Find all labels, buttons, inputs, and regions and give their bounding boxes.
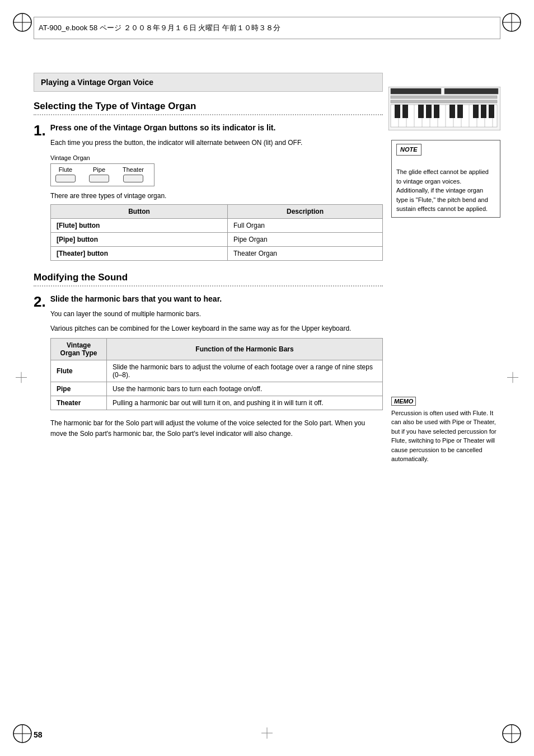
table1-row2-col1: [Pipe] button	[51, 233, 228, 247]
right-sidebar: NOTE The glide effect cannot be applied …	[391, 140, 500, 464]
section3-title: Modifying the Sound	[34, 272, 383, 283]
section2-divider	[34, 114, 383, 115]
memo-box-text: Percussion is often used with Flute. It …	[391, 408, 500, 464]
organ-buttons-container: Vintage Organ Flute Pipe	[50, 154, 383, 186]
step2-content: Slide the harmonic bars that you want to…	[50, 294, 222, 307]
svg-rect-37	[457, 105, 463, 118]
svg-rect-33	[418, 105, 424, 118]
svg-rect-39	[481, 105, 486, 118]
page-container: AT-900_e.book 58 ページ ２００８年９月１６日 火曜日 午前１０…	[0, 0, 534, 756]
table2-row1: Flute Slide the harmonic bars to adjust …	[51, 360, 383, 382]
svg-rect-15	[391, 96, 497, 98]
table2-row3-col2: Pulling a harmonic bar out will turn it …	[107, 396, 383, 410]
svg-rect-14	[444, 88, 498, 94]
corner-mark-bl	[11, 722, 34, 745]
main-content: Playing a Vintage Organ Voice Selecting …	[34, 73, 383, 722]
table1-row1-col1: [Flute] button	[51, 219, 228, 233]
section3-divider	[34, 285, 383, 287]
section1-title: Playing a Vintage Organ Voice	[41, 78, 153, 87]
table1-header-button: Button	[51, 205, 228, 219]
table2-row1-col2: Slide the harmonic bars to adjust the vo…	[107, 360, 383, 382]
svg-rect-34	[426, 105, 432, 118]
step2-title: Slide the harmonic bars that you want to…	[50, 294, 222, 303]
header-bar-text: AT-900_e.book 58 ページ ２００８年９月１６日 火曜日 午前１０…	[39, 23, 280, 33]
table1-row2-col2: Pipe Organ	[228, 233, 383, 247]
table2-header-function: Function of the Harmonic Bars	[107, 339, 383, 360]
table2-row1-col1: Flute	[51, 360, 107, 382]
keyboard-image	[388, 87, 500, 132]
svg-rect-38	[473, 105, 479, 118]
step1-desc1: Each time you press the button, the indi…	[50, 138, 383, 148]
organ-button-flute: Flute	[55, 166, 76, 182]
theater-label: Theater	[123, 166, 144, 173]
three-types-text: There are three types of vintage organ.	[50, 192, 383, 200]
table2-row3-col1: Theater	[51, 396, 107, 410]
step1-number: 1.	[34, 123, 46, 138]
section1-header: Playing a Vintage Organ Voice	[34, 73, 383, 92]
table2: Vintage Organ Type Function of the Harmo…	[50, 338, 383, 410]
table2-row2: Pipe Use the harmonic bars to turn each …	[51, 382, 383, 396]
step1-block: 1. Press one of the Vintage Organ button…	[34, 123, 383, 261]
table1-row2: [Pipe] button Pipe Organ	[51, 233, 383, 247]
table1-row3-col2: Theater Organ	[228, 247, 383, 261]
note-box: NOTE The glide effect cannot be applied …	[391, 140, 500, 218]
table2-row3: Theater Pulling a harmonic bar out will …	[51, 396, 383, 410]
header-bar: AT-900_e.book 58 ページ ２００８年９月１６日 火曜日 午前１０…	[34, 17, 500, 39]
step2-desc2: Various pitches can be combined for the …	[50, 323, 383, 334]
step1-title: Press one of the Vintage Organ buttons s…	[50, 123, 276, 132]
organ-buttons-box: Flute Pipe Theater	[50, 163, 154, 186]
table1-header-desc: Description	[228, 205, 383, 219]
right-center-mark	[507, 372, 518, 384]
pipe-button-rect	[89, 175, 109, 182]
step2-body-text: The harmonic bar for the Solo part will …	[50, 418, 383, 439]
page-number: 58	[34, 730, 43, 739]
table1: Button Description [Flute] button Full O…	[50, 204, 383, 261]
memo-box: MEMO Percussion is often used with Flute…	[391, 397, 500, 464]
step2-desc1: You can layer the sound of multiple harm…	[50, 309, 383, 319]
memo-icon: MEMO	[391, 397, 416, 406]
svg-rect-35	[434, 105, 439, 118]
theater-button-rect	[123, 175, 143, 182]
organ-button-theater: Theater	[123, 166, 144, 182]
organ-label: Vintage Organ	[50, 154, 383, 161]
memo-title: MEMO	[391, 397, 500, 406]
table2-row2-col2: Use the harmonic bars to turn each foota…	[107, 382, 383, 396]
table1-row3: [Theater] button Theater Organ	[51, 247, 383, 261]
svg-rect-40	[489, 105, 494, 118]
table1-row1-col2: Full Organ	[228, 219, 383, 233]
corner-mark-tl	[11, 11, 34, 34]
corner-mark-br	[500, 722, 523, 745]
note-box-title: NOTE	[396, 144, 421, 156]
svg-rect-32	[402, 105, 408, 118]
table2-row2-col1: Pipe	[51, 382, 107, 396]
step2-number: 2.	[34, 294, 46, 309]
pipe-label: Pipe	[93, 166, 105, 173]
svg-rect-31	[395, 105, 400, 118]
left-center-mark	[16, 372, 27, 384]
svg-rect-13	[391, 88, 441, 94]
note-box-text: The glide effect cannot be applied to vi…	[396, 158, 495, 214]
table1-row3-col1: [Theater] button	[51, 247, 228, 261]
svg-rect-36	[449, 105, 455, 118]
table1-row1: [Flute] button Full Organ	[51, 219, 383, 233]
organ-buttons-row: Flute Pipe Theater	[55, 166, 149, 182]
corner-mark-tr	[500, 11, 523, 34]
flute-label: Flute	[59, 166, 72, 173]
step2-block: 2. Slide the harmonic bars that you want…	[34, 294, 383, 439]
svg-rect-16	[391, 100, 497, 103]
organ-button-pipe: Pipe	[89, 166, 109, 182]
bottom-center-mark	[261, 727, 273, 740]
flute-button-rect	[55, 175, 76, 182]
step1-content: Press one of the Vintage Organ buttons s…	[50, 123, 276, 135]
table2-header-type: Vintage Organ Type	[51, 339, 107, 360]
section2-title: Selecting the Type of Vintage Organ	[34, 101, 383, 112]
